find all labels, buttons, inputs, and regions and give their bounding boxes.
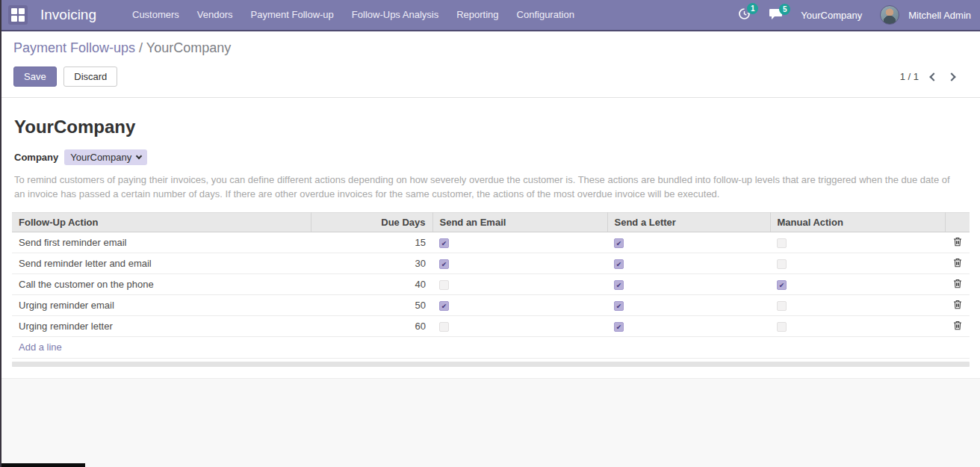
pager-previous-button[interactable] xyxy=(929,72,937,81)
cell-followup-action[interactable]: Urging reminder letter xyxy=(12,316,311,337)
cell-send-letter: ✔ xyxy=(607,253,770,274)
cell-followup-action[interactable]: Send first reminder email xyxy=(12,232,311,253)
send-email-checkbox[interactable]: ✔ xyxy=(439,301,449,311)
activities-button[interactable]: 1 xyxy=(738,7,751,22)
trash-icon[interactable] xyxy=(953,321,962,333)
cell-followup-action[interactable]: Call the customer on the phone xyxy=(12,274,311,295)
form-action-buttons: Save Discard xyxy=(13,67,117,87)
cell-delete xyxy=(945,274,970,295)
pager: 1 / 1 xyxy=(900,71,955,82)
cell-followup-action[interactable]: Urging reminder email xyxy=(12,295,311,316)
cell-delete xyxy=(945,232,970,253)
cell-manual-action xyxy=(770,253,945,274)
cell-send-email xyxy=(432,274,607,295)
cell-manual-action xyxy=(770,316,945,337)
menu-item-follow-ups-analysis[interactable]: Follow-Ups Analysis xyxy=(343,0,447,31)
trash-icon[interactable] xyxy=(953,300,962,312)
menu-item-payment-follow-up[interactable]: Payment Follow-up xyxy=(242,0,343,31)
record-title: YourCompany xyxy=(14,117,967,137)
cell-delete xyxy=(945,295,970,316)
systray: 1 5 YourCompany Mitchell Admin xyxy=(738,5,971,25)
column-header-due-days[interactable]: Due Days xyxy=(311,213,432,232)
trash-icon[interactable] xyxy=(953,279,962,291)
table-row[interactable]: Send reminder letter and email30✔✔ xyxy=(12,253,970,274)
cell-send-email: ✔ xyxy=(432,295,607,316)
page: Invoicing CustomersVendorsPayment Follow… xyxy=(0,0,980,467)
menu-item-reporting[interactable]: Reporting xyxy=(447,0,507,31)
app-name[interactable]: Invoicing xyxy=(40,7,96,23)
column-header-manual-action[interactable]: Manual Action xyxy=(770,213,945,232)
cell-send-email: ✔ xyxy=(432,253,607,274)
cell-delete xyxy=(945,253,970,274)
form-sheet: YourCompany Company YourCompany To remin… xyxy=(1,98,980,378)
column-header-follow-up-action[interactable]: Follow-Up Action xyxy=(12,213,311,232)
manual-action-checkbox[interactable] xyxy=(777,259,787,269)
cell-send-letter: ✔ xyxy=(607,295,770,316)
pager-next-button[interactable] xyxy=(947,72,955,81)
manual-action-checkbox[interactable] xyxy=(777,322,787,332)
table-row[interactable]: Urging reminder letter60✔ xyxy=(12,316,970,337)
control-panel: Payment Follow-ups / YourCompany Save Di… xyxy=(1,31,980,98)
activity-count-badge: 1 xyxy=(747,3,758,14)
manual-action-checkbox[interactable] xyxy=(777,238,787,248)
column-header-send-an-email[interactable]: Send an Email xyxy=(432,213,607,232)
company-select-value: YourCompany xyxy=(70,152,131,163)
cell-manual-action xyxy=(770,232,945,253)
user-avatar[interactable] xyxy=(880,5,899,25)
browser-status-strip xyxy=(1,463,85,467)
breadcrumb-parent-link[interactable]: Payment Follow-ups xyxy=(13,40,135,55)
cell-manual-action: ✔ xyxy=(770,274,945,295)
add-a-line-link[interactable]: Add a line xyxy=(12,337,970,359)
cell-delete xyxy=(945,316,970,337)
send-email-checkbox[interactable]: ✔ xyxy=(439,259,449,269)
breadcrumb-current: YourCompany xyxy=(146,40,231,55)
menu-item-configuration[interactable]: Configuration xyxy=(508,0,583,31)
breadcrumb-separator: / xyxy=(139,40,143,55)
send-letter-checkbox[interactable]: ✔ xyxy=(614,259,624,269)
send-email-checkbox[interactable] xyxy=(439,322,449,332)
cell-due-days[interactable]: 40 xyxy=(311,274,432,295)
column-header-send-a-letter[interactable]: Send a Letter xyxy=(607,213,770,232)
pager-value: 1 / 1 xyxy=(900,71,919,82)
cell-send-letter: ✔ xyxy=(607,274,770,295)
cell-send-letter: ✔ xyxy=(607,232,770,253)
trash-icon[interactable] xyxy=(953,258,962,270)
menu-item-vendors[interactable]: Vendors xyxy=(188,0,242,31)
company-select[interactable]: YourCompany xyxy=(64,149,147,165)
messages-button[interactable]: 5 xyxy=(769,8,783,22)
followup-description: To remind customers of paying their invo… xyxy=(14,173,967,201)
cell-followup-action[interactable]: Send reminder letter and email xyxy=(12,253,311,274)
cell-due-days[interactable]: 15 xyxy=(311,232,432,253)
user-menu[interactable]: Mitchell Admin xyxy=(908,10,971,21)
company-label: Company xyxy=(14,152,58,163)
manual-action-checkbox[interactable]: ✔ xyxy=(777,280,787,290)
followup-table-body: Send first reminder email15✔✔Send remind… xyxy=(12,232,970,337)
trash-icon[interactable] xyxy=(953,237,962,249)
send-email-checkbox[interactable] xyxy=(439,280,449,290)
company-switcher[interactable]: YourCompany xyxy=(801,10,862,21)
send-email-checkbox[interactable]: ✔ xyxy=(439,238,449,248)
discard-button[interactable]: Discard xyxy=(63,67,117,87)
cell-due-days[interactable]: 60 xyxy=(311,316,432,337)
save-button[interactable]: Save xyxy=(13,67,57,87)
cell-send-letter: ✔ xyxy=(607,316,770,337)
menu-item-customers[interactable]: Customers xyxy=(123,0,188,31)
column-header-empty[interactable] xyxy=(945,213,970,232)
chevron-down-icon xyxy=(136,153,142,159)
send-letter-checkbox[interactable]: ✔ xyxy=(614,322,624,332)
send-letter-checkbox[interactable]: ✔ xyxy=(614,280,624,290)
manual-action-checkbox[interactable] xyxy=(777,301,787,311)
apps-menu-icon[interactable] xyxy=(8,5,28,25)
cell-manual-action xyxy=(770,295,945,316)
send-letter-checkbox[interactable]: ✔ xyxy=(614,301,624,311)
table-row[interactable]: Call the customer on the phone40✔✔ xyxy=(12,274,970,295)
followup-levels-table: Follow-Up ActionDue DaysSend an EmailSen… xyxy=(12,212,970,337)
table-row[interactable]: Send first reminder email15✔✔ xyxy=(12,232,970,253)
send-letter-checkbox[interactable]: ✔ xyxy=(614,238,624,248)
cell-due-days[interactable]: 50 xyxy=(311,295,432,316)
cell-send-email: ✔ xyxy=(432,232,607,253)
cell-due-days[interactable]: 30 xyxy=(311,253,432,274)
table-row[interactable]: Urging reminder email50✔✔ xyxy=(12,295,970,316)
table-scrollbar[interactable] xyxy=(12,362,970,367)
table-header-row: Follow-Up ActionDue DaysSend an EmailSen… xyxy=(12,213,970,232)
